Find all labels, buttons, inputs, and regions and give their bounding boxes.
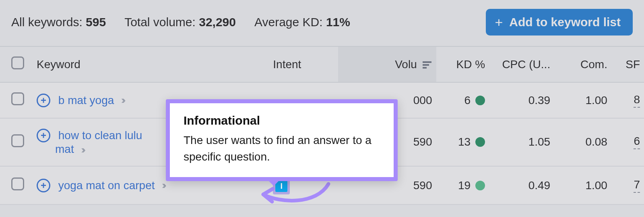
cpc-cell: 0.39 — [489, 82, 554, 118]
tooltip-title: Informational — [184, 114, 380, 127]
table-header-row: Keyword Intent Volu KD % CPC (U... Com. … — [0, 46, 644, 82]
column-label: SF — [625, 58, 640, 71]
row-checkbox[interactable] — [11, 177, 24, 190]
column-cpc[interactable]: CPC (U... — [489, 46, 554, 82]
sort-desc-icon — [423, 61, 432, 69]
column-checkbox — [0, 46, 33, 82]
chevrons-icon[interactable]: ›› — [81, 144, 83, 156]
column-label: Volu — [395, 58, 417, 71]
stat-label: Average KD: — [254, 15, 326, 29]
sf-cell[interactable]: 8 — [611, 82, 644, 118]
column-keyword[interactable]: Keyword — [33, 46, 269, 82]
keyword-line1: how to clean lulu — [58, 129, 142, 142]
sf-cell[interactable]: 6 — [611, 118, 644, 166]
com-cell: 1.00 — [554, 166, 611, 205]
sf-value: 8 — [634, 93, 640, 108]
svg-rect-0 — [423, 61, 431, 63]
kd-value: 13 — [458, 136, 471, 148]
com-cell: 0.08 — [554, 118, 611, 166]
kd-difficulty-dot — [475, 181, 485, 190]
intent-tooltip: Informational The user wants to find an … — [166, 99, 398, 181]
com-cell: 1.00 — [554, 82, 611, 118]
kd-value: 6 — [464, 94, 471, 107]
chevrons-icon[interactable]: ›› — [162, 179, 164, 191]
stat-label: All keywords: — [11, 15, 86, 29]
plus-icon: + — [495, 15, 503, 29]
stat-value: 32,290 — [199, 15, 236, 29]
keyword-link[interactable]: how to clean lulu mat ›› — [37, 129, 142, 155]
row-checkbox[interactable] — [11, 134, 24, 147]
column-com[interactable]: Com. — [554, 46, 611, 82]
add-to-keyword-list-button[interactable]: + Add to keyword list — [486, 9, 633, 35]
column-label: KD % — [456, 58, 485, 71]
stat-value: 595 — [86, 15, 106, 29]
stat-label: Total volume: — [124, 15, 199, 29]
svg-rect-2 — [423, 67, 427, 69]
keyword-link[interactable]: yoga mat on carpet — [58, 179, 155, 192]
column-label: Keyword — [37, 58, 80, 71]
kd-cell: 6 — [436, 82, 489, 118]
expand-icon[interactable]: + — [37, 129, 50, 142]
chevrons-icon[interactable]: ›› — [121, 94, 123, 106]
select-all-checkbox[interactable] — [11, 56, 24, 69]
svg-rect-1 — [423, 64, 429, 66]
sf-value: 7 — [634, 178, 640, 193]
expand-icon[interactable]: + — [37, 94, 50, 107]
kd-cell: 13 — [436, 118, 489, 166]
kd-difficulty-dot — [475, 137, 485, 147]
kd-value: 19 — [458, 179, 471, 192]
column-sf[interactable]: SF — [611, 46, 644, 82]
keyword-link[interactable]: b mat yoga — [58, 94, 114, 106]
stats-bar: All keywords: 595 Total volume: 32,290 A… — [0, 0, 644, 46]
column-label: Intent — [273, 58, 301, 71]
stat-average-kd: Average KD: 11% — [254, 15, 350, 29]
column-kd[interactable]: KD % — [436, 46, 489, 82]
column-label: Com. — [580, 58, 607, 71]
kd-cell: 19 — [436, 166, 489, 205]
row-checkbox[interactable] — [11, 92, 24, 105]
stat-total-volume: Total volume: 32,290 — [124, 15, 236, 29]
sf-value: 6 — [634, 135, 640, 149]
expand-icon[interactable]: + — [37, 179, 50, 192]
cpc-cell: 0.49 — [489, 166, 554, 205]
keyword-line2: mat — [37, 143, 74, 155]
kd-difficulty-dot — [475, 96, 485, 105]
column-label: CPC (U... — [502, 58, 550, 71]
column-intent[interactable]: Intent — [269, 46, 338, 82]
cpc-cell: 1.05 — [489, 118, 554, 166]
add-button-label: Add to keyword list — [509, 15, 621, 29]
sf-cell[interactable]: 7 — [611, 166, 644, 205]
stat-all-keywords: All keywords: 595 — [11, 15, 106, 29]
stat-value: 11% — [326, 15, 350, 29]
tooltip-body: The user wants to find an answer to a sp… — [184, 132, 380, 165]
column-volume[interactable]: Volu — [338, 46, 436, 82]
